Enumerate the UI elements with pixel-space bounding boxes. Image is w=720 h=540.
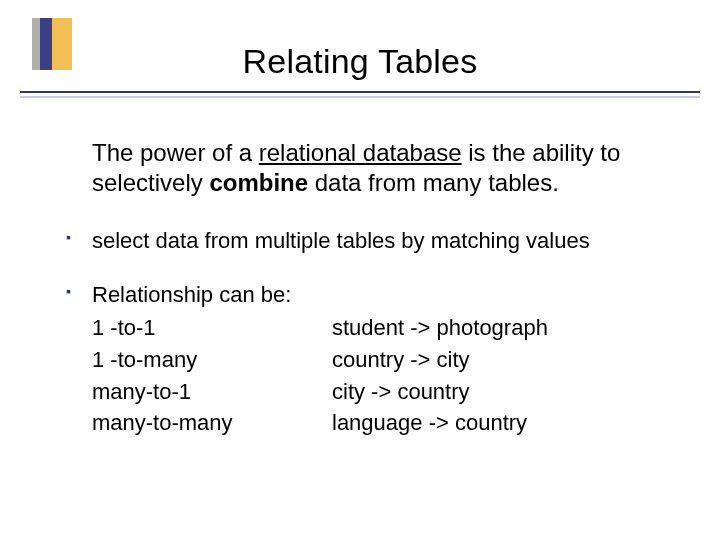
title-underline <box>20 91 700 93</box>
slide-body: The power of a relational database is th… <box>70 138 670 462</box>
intro-paragraph: The power of a relational database is th… <box>92 138 670 198</box>
bullet-item-2: Relationship can be: 1 -to-1 student -> … <box>70 280 670 438</box>
rel-right-3: city -> country <box>332 377 670 407</box>
slide-title: Relating Tables <box>0 42 720 81</box>
rel-left-3: many-to-1 <box>92 377 292 407</box>
relationship-grid: 1 -to-1 student -> photograph 1 -to-many… <box>92 313 670 438</box>
rel-right-4: language -> country <box>332 408 670 438</box>
title-area: Relating Tables <box>0 42 720 87</box>
bullet-list: select data from multiple tables by matc… <box>70 226 670 438</box>
bullet-2-lead: Relationship can be: <box>92 282 291 307</box>
intro-text-pre: The power of a <box>92 139 259 166</box>
intro-underline: relational database <box>259 139 462 166</box>
rel-left-2: 1 -to-many <box>92 345 292 375</box>
rel-left-4: many-to-many <box>92 408 292 438</box>
slide: Relating Tables The power of a relationa… <box>0 0 720 540</box>
intro-bold: combine <box>209 169 308 196</box>
rel-left-1: 1 -to-1 <box>92 313 292 343</box>
bullet-item-1: select data from multiple tables by matc… <box>70 226 670 256</box>
bullet-1-text: select data from multiple tables by matc… <box>92 228 590 253</box>
rel-right-1: student -> photograph <box>332 313 670 343</box>
intro-text-post: data from many tables. <box>308 169 559 196</box>
rel-right-2: country -> city <box>332 345 670 375</box>
